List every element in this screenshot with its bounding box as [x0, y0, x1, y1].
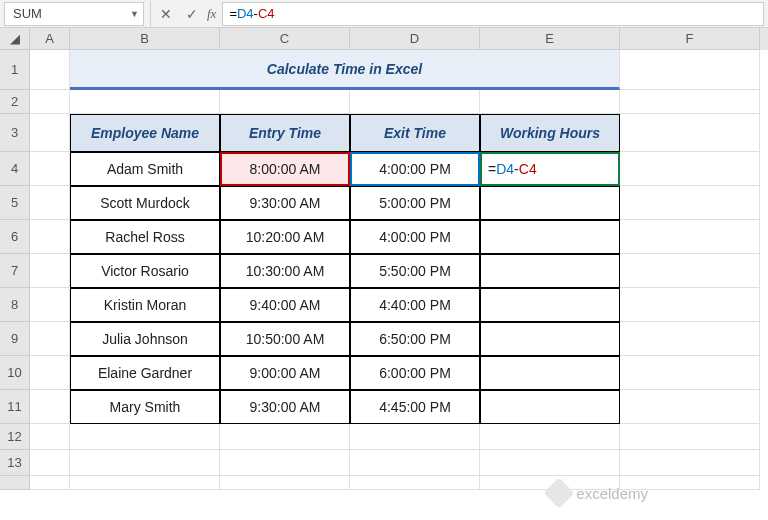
cell[interactable] [30, 114, 70, 152]
employee-name[interactable]: Rachel Ross [70, 220, 220, 254]
row-header[interactable]: 3 [0, 114, 30, 152]
row-header[interactable]: 1 [0, 50, 30, 90]
cell[interactable] [30, 254, 70, 288]
row-header[interactable]: 11 [0, 390, 30, 424]
entry-time[interactable]: 9:40:00 AM [220, 288, 350, 322]
cell[interactable] [220, 450, 350, 476]
header-entry-time[interactable]: Entry Time [220, 114, 350, 152]
cell[interactable] [620, 424, 760, 450]
exit-time[interactable]: 4:40:00 PM [350, 288, 480, 322]
col-header-f[interactable]: F [620, 28, 760, 50]
cell[interactable] [30, 322, 70, 356]
cell[interactable] [70, 476, 220, 490]
cell[interactable] [620, 390, 760, 424]
row-header[interactable]: 2 [0, 90, 30, 114]
working-hours[interactable] [480, 254, 620, 288]
entry-time-selected[interactable]: 8:00:00 AM [220, 152, 350, 186]
cell[interactable] [70, 450, 220, 476]
row-header[interactable]: 5 [0, 186, 30, 220]
cell[interactable] [620, 90, 760, 114]
header-exit-time[interactable]: Exit Time [350, 114, 480, 152]
row-header[interactable]: 7 [0, 254, 30, 288]
cell[interactable] [30, 424, 70, 450]
cell[interactable] [350, 476, 480, 490]
cell[interactable] [30, 50, 70, 90]
entry-time[interactable]: 9:30:00 AM [220, 390, 350, 424]
cell[interactable] [30, 90, 70, 114]
cell[interactable] [350, 424, 480, 450]
row-header[interactable]: 9 [0, 322, 30, 356]
cell[interactable] [70, 90, 220, 114]
exit-time[interactable]: 4:45:00 PM [350, 390, 480, 424]
cell[interactable] [620, 114, 760, 152]
formula-bar[interactable]: =D4-C4 [222, 2, 764, 26]
row-header[interactable]: 13 [0, 450, 30, 476]
working-hours[interactable] [480, 220, 620, 254]
working-hours[interactable] [480, 356, 620, 390]
cell[interactable] [30, 390, 70, 424]
cell[interactable] [30, 450, 70, 476]
cell[interactable] [220, 90, 350, 114]
col-header-a[interactable]: A [30, 28, 70, 50]
cell[interactable] [70, 424, 220, 450]
entry-time[interactable]: 10:30:00 AM [220, 254, 350, 288]
cell[interactable] [620, 220, 760, 254]
cell[interactable] [30, 220, 70, 254]
cell[interactable] [220, 476, 350, 490]
row-header[interactable]: 10 [0, 356, 30, 390]
active-cell-e4[interactable]: =D4-C4 [480, 152, 620, 186]
entry-time[interactable]: 9:30:00 AM [220, 186, 350, 220]
col-header-d[interactable]: D [350, 28, 480, 50]
employee-name[interactable]: Mary Smith [70, 390, 220, 424]
exit-time[interactable]: 4:00:00 PM [350, 220, 480, 254]
cancel-icon[interactable]: ✕ [153, 1, 179, 27]
cell[interactable] [30, 152, 70, 186]
employee-name[interactable]: Elaine Gardner [70, 356, 220, 390]
row-header[interactable] [0, 476, 30, 490]
enter-icon[interactable]: ✓ [179, 1, 205, 27]
working-hours[interactable] [480, 322, 620, 356]
header-employee-name[interactable]: Employee Name [70, 114, 220, 152]
exit-time[interactable]: 6:50:00 PM [350, 322, 480, 356]
employee-name[interactable]: Victor Rosario [70, 254, 220, 288]
cell[interactable] [350, 90, 480, 114]
exit-time-selected[interactable]: 4:00:00 PM [350, 152, 480, 186]
cell[interactable] [30, 476, 70, 490]
row-header[interactable]: 12 [0, 424, 30, 450]
col-header-e[interactable]: E [480, 28, 620, 50]
working-hours[interactable] [480, 288, 620, 322]
col-header-b[interactable]: B [70, 28, 220, 50]
entry-time[interactable]: 10:50:00 AM [220, 322, 350, 356]
cell[interactable] [220, 424, 350, 450]
employee-name[interactable]: Kristin Moran [70, 288, 220, 322]
select-all[interactable]: ◢ [0, 28, 30, 50]
cell[interactable] [620, 50, 760, 90]
cell[interactable] [620, 356, 760, 390]
chevron-down-icon[interactable]: ▼ [130, 9, 139, 19]
employee-name[interactable]: Julia Johnson [70, 322, 220, 356]
working-hours[interactable] [480, 390, 620, 424]
cell[interactable] [480, 450, 620, 476]
cell[interactable] [30, 288, 70, 322]
entry-time[interactable]: 9:00:00 AM [220, 356, 350, 390]
cell[interactable] [480, 90, 620, 114]
entry-time[interactable]: 10:20:00 AM [220, 220, 350, 254]
employee-name[interactable]: Adam Smith [70, 152, 220, 186]
exit-time[interactable]: 6:00:00 PM [350, 356, 480, 390]
title-cell[interactable]: Calculate Time in Excel [70, 50, 620, 90]
cell[interactable] [350, 450, 480, 476]
cell[interactable] [30, 356, 70, 390]
col-header-c[interactable]: C [220, 28, 350, 50]
cell[interactable] [620, 322, 760, 356]
cell[interactable] [480, 424, 620, 450]
row-header[interactable]: 6 [0, 220, 30, 254]
exit-time[interactable]: 5:00:00 PM [350, 186, 480, 220]
name-box[interactable]: SUM ▼ [4, 2, 144, 26]
working-hours[interactable] [480, 186, 620, 220]
fx-icon[interactable]: fx [207, 6, 216, 22]
header-working-hours[interactable]: Working Hours [480, 114, 620, 152]
employee-name[interactable]: Scott Murdock [70, 186, 220, 220]
cell[interactable] [620, 254, 760, 288]
cell[interactable] [620, 450, 760, 476]
row-header[interactable]: 4 [0, 152, 30, 186]
